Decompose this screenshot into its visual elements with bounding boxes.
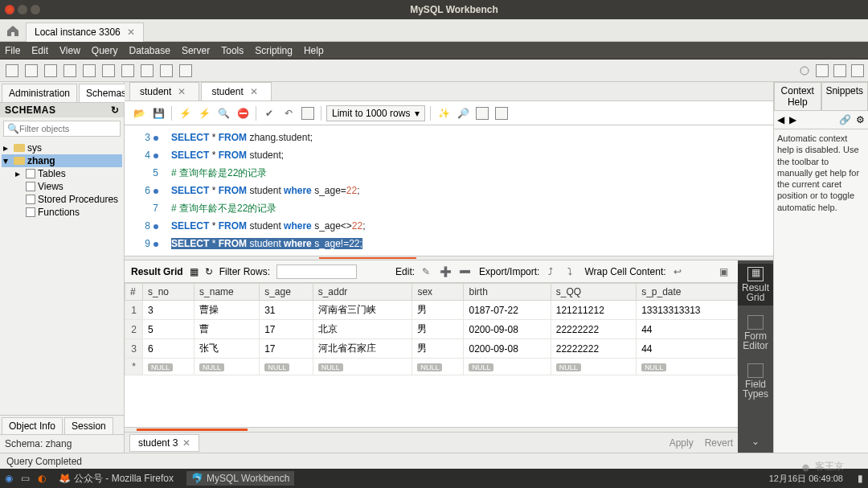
reconnect-icon[interactable]	[178, 64, 193, 78]
toggle-secondary-icon[interactable]	[850, 64, 865, 78]
result-tab-1[interactable]: student 3✕	[129, 434, 199, 452]
new-schema-icon[interactable]	[63, 64, 77, 78]
view-result-grid[interactable]: ▦Result Grid	[738, 264, 773, 306]
close-icon[interactable]: ✕	[178, 86, 186, 97]
show-apps-icon[interactable]: ◉	[5, 473, 13, 484]
toggle-output-icon[interactable]	[833, 64, 847, 78]
result-grid[interactable]: #s_nos_names_ages_addrsexbirths_QQs_p_da…	[125, 283, 738, 427]
menu-tools[interactable]: Tools	[221, 45, 244, 56]
view-form-editor[interactable]: Form Editor	[738, 312, 773, 354]
menu-help[interactable]: Help	[304, 45, 324, 56]
help-forward-icon[interactable]: ▶	[789, 114, 796, 125]
execute-current-icon[interactable]: ⚡	[196, 105, 212, 121]
open-file-icon[interactable]: 📂	[131, 105, 147, 121]
column-header[interactable]: s_addr	[313, 284, 412, 301]
tree-schema-zhang[interactable]: ▾zhang	[2, 154, 122, 167]
beautify-icon[interactable]: ✨	[436, 105, 452, 121]
window-maximize-button[interactable]	[31, 5, 40, 14]
collapse-side-icon[interactable]: ⌄	[748, 433, 763, 449]
window-minimize-button[interactable]	[18, 5, 27, 14]
save-file-icon[interactable]: 💾	[150, 105, 166, 121]
invisible-chars-icon[interactable]	[474, 105, 490, 121]
menu-query[interactable]: Query	[92, 45, 118, 56]
revert-button[interactable]: Revert	[705, 437, 733, 449]
column-header[interactable]: s_no	[143, 284, 194, 301]
delete-row-icon[interactable]: ➖	[457, 264, 473, 280]
toggle-sidebar-icon[interactable]	[815, 64, 829, 78]
edit-row-icon[interactable]: ✎	[418, 264, 434, 280]
tab-snippets[interactable]: Snippets	[821, 82, 869, 110]
tree-views[interactable]: Views	[2, 180, 122, 193]
filter-rows-input[interactable]	[276, 265, 357, 279]
table-row[interactable]: 36张飞17河北省石家庄男0200-09-082222222244	[125, 339, 738, 359]
task-firefox[interactable]: 🦊公众号 - Mozilla Firefox	[54, 470, 178, 487]
editor-grid-splitter[interactable]	[125, 256, 773, 260]
add-row-icon[interactable]: ➕	[437, 264, 453, 280]
open-sql-icon[interactable]	[24, 64, 39, 78]
table-row-new[interactable]: *NULLNULLNULLNULLNULLNULLNULLNULL	[125, 359, 738, 375]
inspector-icon[interactable]	[43, 64, 58, 78]
sql-editor[interactable]: 3SELECT * FROM zhang.student; 4SELECT * …	[125, 125, 773, 256]
menu-file[interactable]: File	[5, 45, 20, 56]
stop-icon[interactable]: ⛔	[235, 105, 251, 121]
column-header[interactable]: s_age	[260, 284, 313, 301]
files-icon[interactable]: ▭	[21, 473, 30, 484]
close-icon[interactable]: ✕	[127, 27, 135, 38]
execute-icon[interactable]: ⚡	[177, 105, 193, 121]
menu-database[interactable]: Database	[129, 45, 170, 56]
find-icon[interactable]: 🔎	[455, 105, 471, 121]
sql-tab-1[interactable]: student✕	[129, 82, 199, 100]
tab-administration[interactable]: Administration	[2, 84, 77, 102]
menu-edit[interactable]: Edit	[31, 45, 48, 56]
tree-stored-procedures[interactable]: Stored Procedures	[2, 193, 122, 206]
row-limit-dropdown[interactable]: Limit to 1000 rows▾	[326, 105, 425, 121]
column-header[interactable]: sex	[412, 284, 464, 301]
column-header[interactable]: s_QQ	[551, 284, 636, 301]
task-workbench[interactable]: 🐬MySQL Workbench	[186, 471, 294, 486]
tab-context-help[interactable]: Context Help	[774, 82, 821, 110]
table-row[interactable]: 13曹操31河南省三门峡男0187-07-2212121121213313313…	[125, 301, 738, 320]
home-icon[interactable]	[5, 23, 21, 39]
toggle-panel-1-icon[interactable]	[797, 64, 812, 78]
tree-tables[interactable]: ▸Tables	[2, 167, 122, 180]
new-sql-tab-icon[interactable]	[5, 64, 19, 78]
help-auto-icon[interactable]: ⚙	[856, 114, 865, 125]
new-table-icon[interactable]	[82, 64, 96, 78]
explain-icon[interactable]: 🔍	[215, 105, 231, 121]
autocommit-toggle-icon[interactable]	[300, 105, 316, 121]
import-icon[interactable]: ⤵	[562, 264, 578, 280]
help-link-icon[interactable]: 🔗	[839, 114, 851, 125]
search-table-icon[interactable]	[159, 64, 174, 78]
menu-server[interactable]: Server	[182, 45, 210, 56]
refresh-icon[interactable]: ↻	[205, 266, 213, 277]
wrap-cell-icon[interactable]: ↩	[669, 264, 686, 280]
schemas-refresh-icon[interactable]: ↻	[111, 105, 120, 116]
close-icon[interactable]: ✕	[250, 86, 258, 97]
column-header[interactable]: #	[125, 284, 143, 301]
rollback-icon[interactable]: ↶	[280, 105, 297, 121]
tree-schema-sys[interactable]: ▸sys	[2, 141, 122, 154]
tree-functions[interactable]: Functions	[2, 206, 122, 219]
tab-session[interactable]: Session	[64, 417, 113, 434]
column-header[interactable]: s_p_date	[637, 284, 738, 301]
close-icon[interactable]: ✕	[182, 437, 190, 449]
commit-icon[interactable]: ✔	[261, 105, 277, 121]
column-header[interactable]: birth	[464, 284, 551, 301]
menu-scripting[interactable]: Scripting	[255, 45, 293, 56]
sql-tab-2[interactable]: student✕	[201, 82, 271, 100]
new-function-icon[interactable]	[140, 64, 154, 78]
schema-filter-input[interactable]	[19, 124, 117, 133]
apply-button[interactable]: Apply	[669, 437, 694, 449]
maximize-grid-icon[interactable]: ▣	[715, 264, 731, 280]
help-back-icon[interactable]: ◀	[777, 114, 784, 125]
wrap-icon[interactable]	[493, 105, 510, 121]
export-icon[interactable]: ⤴	[542, 264, 559, 280]
firefox-icon[interactable]: ◐	[38, 473, 46, 484]
schema-filter[interactable]: 🔍	[3, 121, 121, 137]
menu-view[interactable]: View	[59, 45, 80, 56]
tab-object-info[interactable]: Object Info	[2, 417, 63, 434]
table-row[interactable]: 25曹17北京男0200-09-082222222244	[125, 320, 738, 339]
column-header[interactable]: s_name	[194, 284, 260, 301]
new-procedure-icon[interactable]	[121, 64, 135, 78]
power-icon[interactable]: ▮	[858, 473, 863, 484]
